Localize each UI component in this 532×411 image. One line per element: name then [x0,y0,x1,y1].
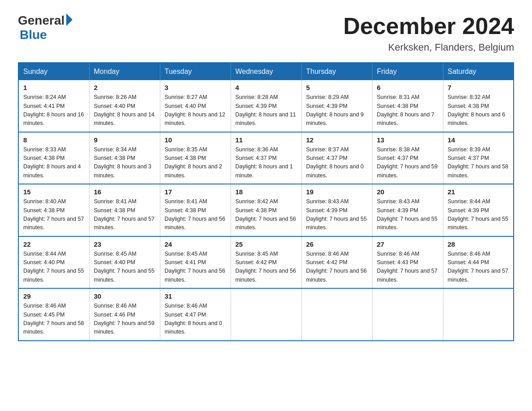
col-monday: Monday [89,63,160,80]
calendar-cell: 25Sunrise: 8:45 AMSunset: 4:42 PMDayligh… [231,236,301,289]
day-number: 12 [306,136,368,144]
calendar-cell: 28Sunrise: 8:46 AMSunset: 4:44 PMDayligh… [443,236,514,289]
day-info: Sunrise: 8:46 AMSunset: 4:43 PMDaylight:… [377,251,438,283]
day-number: 31 [165,292,226,300]
calendar-cell: 27Sunrise: 8:46 AMSunset: 4:43 PMDayligh… [372,236,443,289]
calendar-cell: 19Sunrise: 8:43 AMSunset: 4:39 PMDayligh… [301,184,372,236]
day-info: Sunrise: 8:35 AMSunset: 4:38 PMDaylight:… [165,146,223,179]
calendar-body: 1Sunrise: 8:24 AMSunset: 4:41 PMDaylight… [18,80,514,341]
day-info: Sunrise: 8:46 AMSunset: 4:45 PMDaylight:… [23,303,84,335]
day-number: 4 [236,84,297,91]
day-number: 19 [306,188,368,196]
day-info: Sunrise: 8:27 AMSunset: 4:40 PMDaylight:… [165,94,226,126]
calendar-week-row: 29Sunrise: 8:46 AMSunset: 4:45 PMDayligh… [18,288,514,341]
calendar-cell: 17Sunrise: 8:41 AMSunset: 4:38 PMDayligh… [160,184,231,236]
day-number: 11 [236,136,297,144]
day-number: 8 [23,136,85,144]
col-friday: Friday [372,63,443,80]
day-info: Sunrise: 8:24 AMSunset: 4:41 PMDaylight:… [23,94,84,126]
day-number: 18 [236,188,297,196]
day-info: Sunrise: 8:39 AMSunset: 4:37 PMDaylight:… [448,146,509,179]
day-info: Sunrise: 8:37 AMSunset: 4:37 PMDaylight:… [306,146,364,179]
calendar-cell: 29Sunrise: 8:46 AMSunset: 4:45 PMDayligh… [18,288,89,341]
col-thursday: Thursday [301,63,372,80]
day-info: Sunrise: 8:46 AMSunset: 4:44 PMDaylight:… [448,251,509,283]
col-tuesday: Tuesday [160,63,231,80]
day-number: 2 [94,84,155,91]
calendar-cell [231,288,301,341]
day-info: Sunrise: 8:31 AMSunset: 4:38 PMDaylight:… [377,94,435,126]
day-info: Sunrise: 8:32 AMSunset: 4:38 PMDaylight:… [448,94,506,126]
day-number: 7 [448,84,509,91]
day-info: Sunrise: 8:29 AMSunset: 4:39 PMDaylight:… [306,94,364,126]
day-number: 14 [448,136,509,144]
day-info: Sunrise: 8:36 AMSunset: 4:37 PMDaylight:… [236,146,293,179]
day-info: Sunrise: 8:42 AMSunset: 4:38 PMDaylight:… [236,198,296,231]
day-info: Sunrise: 8:26 AMSunset: 4:40 PMDaylight:… [94,94,155,126]
day-number: 9 [94,136,155,144]
calendar-week-row: 8Sunrise: 8:33 AMSunset: 4:38 PMDaylight… [18,132,514,184]
day-number: 29 [23,292,85,300]
day-info: Sunrise: 8:43 AMSunset: 4:39 PMDaylight:… [306,198,367,231]
calendar-cell: 7Sunrise: 8:32 AMSunset: 4:38 PMDaylight… [443,80,514,132]
day-number: 20 [377,188,438,196]
calendar-cell: 21Sunrise: 8:44 AMSunset: 4:39 PMDayligh… [443,184,514,236]
header-row: Sunday Monday Tuesday Wednesday Thursday… [18,63,514,80]
day-info: Sunrise: 8:45 AMSunset: 4:42 PMDaylight:… [236,251,296,283]
day-info: Sunrise: 8:44 AMSunset: 4:40 PMDaylight:… [23,251,84,283]
calendar-cell: 24Sunrise: 8:45 AMSunset: 4:41 PMDayligh… [160,236,231,289]
calendar-cell [301,288,372,341]
calendar-cell: 30Sunrise: 8:46 AMSunset: 4:46 PMDayligh… [89,288,160,341]
day-number: 30 [94,292,155,300]
logo-blue-text: Blue [20,28,47,42]
day-info: Sunrise: 8:45 AMSunset: 4:41 PMDaylight:… [165,251,226,283]
day-number: 13 [377,136,438,144]
logo: General Blue [18,13,73,42]
day-info: Sunrise: 8:38 AMSunset: 4:37 PMDaylight:… [377,146,438,179]
calendar-header: Sunday Monday Tuesday Wednesday Thursday… [18,63,514,80]
calendar-cell: 10Sunrise: 8:35 AMSunset: 4:38 PMDayligh… [160,132,231,184]
calendar-cell: 12Sunrise: 8:37 AMSunset: 4:37 PMDayligh… [301,132,372,184]
calendar-table: Sunday Monday Tuesday Wednesday Thursday… [18,62,514,341]
day-number: 21 [448,188,509,196]
day-info: Sunrise: 8:46 AMSunset: 4:42 PMDaylight:… [306,251,367,283]
calendar-cell: 16Sunrise: 8:41 AMSunset: 4:38 PMDayligh… [89,184,160,236]
day-info: Sunrise: 8:41 AMSunset: 4:38 PMDaylight:… [165,198,226,231]
calendar-week-row: 22Sunrise: 8:44 AMSunset: 4:40 PMDayligh… [18,236,514,289]
calendar-cell: 23Sunrise: 8:45 AMSunset: 4:40 PMDayligh… [89,236,160,289]
title-area: December 2024 Kerksken, Flanders, Belgiu… [343,13,514,53]
day-info: Sunrise: 8:28 AMSunset: 4:39 PMDaylight:… [236,94,296,126]
col-wednesday: Wednesday [231,63,301,80]
calendar-cell: 3Sunrise: 8:27 AMSunset: 4:40 PMDaylight… [160,80,231,132]
day-info: Sunrise: 8:43 AMSunset: 4:39 PMDaylight:… [377,198,438,231]
day-number: 23 [94,240,155,248]
day-info: Sunrise: 8:34 AMSunset: 4:38 PMDaylight:… [94,146,152,179]
calendar-week-row: 15Sunrise: 8:40 AMSunset: 4:38 PMDayligh… [18,184,514,236]
col-saturday: Saturday [443,63,514,80]
day-info: Sunrise: 8:41 AMSunset: 4:38 PMDaylight:… [94,198,155,231]
day-number: 24 [165,240,226,248]
calendar-cell: 14Sunrise: 8:39 AMSunset: 4:37 PMDayligh… [443,132,514,184]
day-info: Sunrise: 8:44 AMSunset: 4:39 PMDaylight:… [448,198,509,231]
day-number: 26 [306,240,368,248]
calendar-cell: 9Sunrise: 8:34 AMSunset: 4:38 PMDaylight… [89,132,160,184]
calendar-cell: 15Sunrise: 8:40 AMSunset: 4:38 PMDayligh… [18,184,89,236]
day-info: Sunrise: 8:40 AMSunset: 4:38 PMDaylight:… [23,198,84,231]
calendar-cell: 31Sunrise: 8:46 AMSunset: 4:47 PMDayligh… [160,288,231,341]
calendar-week-row: 1Sunrise: 8:24 AMSunset: 4:41 PMDaylight… [18,80,514,132]
calendar-cell: 8Sunrise: 8:33 AMSunset: 4:38 PMDaylight… [18,132,89,184]
day-number: 5 [306,84,368,91]
col-sunday: Sunday [18,63,89,80]
day-number: 25 [236,240,297,248]
location: Kerksken, Flanders, Belgium [343,42,514,53]
calendar-cell: 26Sunrise: 8:46 AMSunset: 4:42 PMDayligh… [301,236,372,289]
day-info: Sunrise: 8:46 AMSunset: 4:47 PMDaylight:… [165,303,223,335]
day-number: 6 [377,84,438,91]
calendar-cell: 20Sunrise: 8:43 AMSunset: 4:39 PMDayligh… [372,184,443,236]
calendar-cell [443,288,514,341]
calendar-cell: 13Sunrise: 8:38 AMSunset: 4:37 PMDayligh… [372,132,443,184]
calendar-cell: 18Sunrise: 8:42 AMSunset: 4:38 PMDayligh… [231,184,301,236]
day-info: Sunrise: 8:33 AMSunset: 4:38 PMDaylight:… [23,146,81,179]
day-number: 17 [165,188,226,196]
calendar-cell: 4Sunrise: 8:28 AMSunset: 4:39 PMDaylight… [231,80,301,132]
